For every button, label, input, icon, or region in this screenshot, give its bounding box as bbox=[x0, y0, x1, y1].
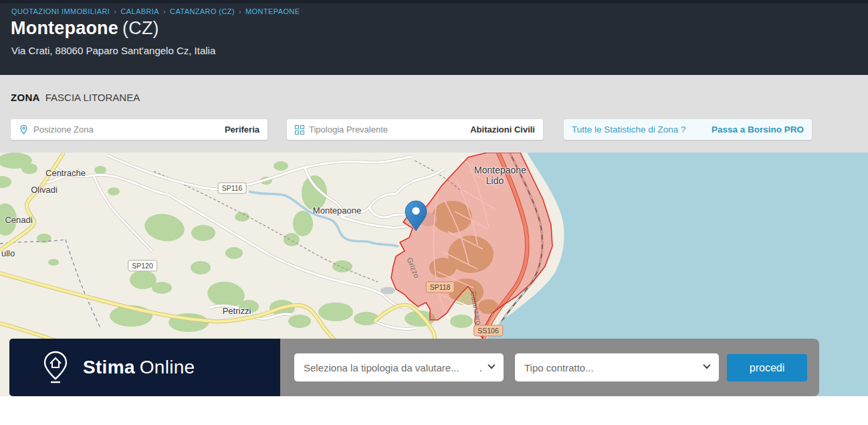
typology-select[interactable]: Seleziona la tipologia da valutare... . bbox=[294, 353, 504, 381]
chevron-down-icon bbox=[487, 361, 495, 369]
typology-placeholder: Seleziona la tipologia da valutare... bbox=[304, 362, 459, 373]
contract-select[interactable]: Tipo contratto... bbox=[515, 353, 719, 381]
stima-brand-text: StimaOnline bbox=[83, 357, 195, 378]
zone-position-value: Periferia bbox=[225, 124, 259, 135]
grid-icon bbox=[295, 125, 304, 135]
zone-heading: ZONAFASCIA LITORANEA bbox=[11, 92, 140, 103]
zone-position-label: Posizione Zona bbox=[33, 124, 94, 135]
borsino-pro-link[interactable]: Passa a Borsino PRO bbox=[712, 124, 804, 135]
map-pond bbox=[381, 287, 395, 294]
stima-panel: StimaOnline Seleziona la tipologia da va… bbox=[0, 339, 868, 396]
typology-indicator: . bbox=[479, 362, 482, 373]
breadcrumb-separator: › bbox=[114, 7, 116, 15]
page-header: QUOTAZIONI IMMOBILIARI›CALABRIA›CATANZAR… bbox=[0, 0, 868, 75]
page-title: Montepaone(CZ) bbox=[11, 18, 159, 39]
breadcrumb-link-quotazioni[interactable]: QUOTAZIONI IMMOBILIARI bbox=[11, 7, 110, 15]
chevron-down-icon bbox=[703, 361, 710, 369]
zone-name: FASCIA LITORANEA bbox=[45, 92, 140, 103]
breadcrumb-link-montepaone[interactable]: MONTEPAONE bbox=[245, 7, 300, 15]
zone-label: ZONA bbox=[11, 92, 40, 103]
zone-band: ZONAFASCIA LITORANEA Posizione Zona Peri… bbox=[0, 75, 868, 153]
zone-typology-card: Tipologia Prevalente Abitazioni Civili bbox=[287, 119, 543, 140]
proceed-button[interactable]: procedi bbox=[727, 354, 807, 381]
home-pin-icon bbox=[41, 351, 70, 384]
breadcrumb-link-catanzaro[interactable]: CATANZARO (CZ) bbox=[170, 7, 235, 15]
breadcrumb: QUOTAZIONI IMMOBILIARI›CALABRIA›CATANZAR… bbox=[11, 7, 300, 15]
breadcrumb-separator: › bbox=[163, 7, 166, 15]
pin-icon bbox=[19, 124, 29, 135]
stima-brand-box: StimaOnline bbox=[9, 339, 280, 396]
zone-position-card: Posizione Zona Periferia bbox=[11, 119, 267, 140]
page-address: Via Crati, 88060 Paparo Sant'angelo Cz, … bbox=[11, 45, 215, 56]
breadcrumb-link-calabria[interactable]: CALABRIA bbox=[120, 7, 159, 15]
zone-stats-card[interactable]: Tutte le Statistiche di Zona ? Passa a B… bbox=[564, 119, 812, 140]
contract-placeholder: Tipo contratto... bbox=[524, 362, 594, 373]
zone-typology-label: Tipologia Prevalente bbox=[309, 124, 388, 135]
zone-stats-question: Tutte le Statistiche di Zona ? bbox=[572, 124, 686, 135]
breadcrumb-separator: › bbox=[239, 7, 241, 15]
zone-typology-value: Abitazioni Civili bbox=[470, 124, 535, 135]
stima-controls-box: Seleziona la tipologia da valutare... . … bbox=[280, 339, 819, 396]
page-title-province: (CZ) bbox=[122, 18, 159, 38]
